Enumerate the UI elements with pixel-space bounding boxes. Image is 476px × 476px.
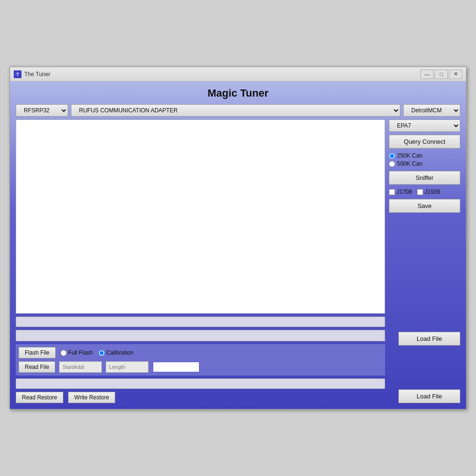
file-path-row-top: [16, 330, 385, 341]
full-flash-radio[interactable]: [60, 350, 67, 356]
title-bar: T The Tuner — □ ✕: [10, 67, 466, 81]
can-options: 250K Can 500K Can: [389, 151, 460, 168]
read-file-row: Read File: [19, 361, 382, 373]
save-button[interactable]: Save: [389, 199, 460, 213]
flash-file-row: Flash File Full Flash Calibration: [19, 347, 382, 358]
load-file-bottom-button[interactable]: Load File: [398, 389, 460, 403]
can-500-option[interactable]: 500K Can: [389, 160, 460, 167]
can-500-radio[interactable]: [389, 161, 395, 167]
checkbox-row: J1708 J1939: [389, 188, 460, 196]
length-input[interactable]: [106, 361, 149, 373]
window-content: Magic Tuner RFSRP32 RUFUS COMMUNICATION …: [10, 81, 466, 409]
calibration-radio[interactable]: [99, 350, 105, 356]
right-panel: EPA7 Query Connect 250K Can 500K Can: [389, 119, 460, 403]
flash-radio-group: Full Flash Calibration: [60, 349, 133, 356]
j1939-checkbox-label[interactable]: J1939: [417, 188, 440, 195]
epa-dropdown[interactable]: EPA7: [389, 119, 460, 132]
adapter-dropdown[interactable]: RUFUS COMMUNICATION ADAPTER: [71, 104, 400, 117]
main-window: T The Tuner — □ ✕ Magic Tuner RFSRP32 RU…: [10, 67, 466, 409]
top-controls-row: RFSRP32 RUFUS COMMUNICATION ADAPTER Detr…: [16, 104, 460, 117]
flash-section: Flash File Full Flash Calibration: [16, 344, 385, 376]
can-250-radio[interactable]: [389, 153, 395, 159]
minimize-button[interactable]: —: [420, 69, 434, 79]
length-value-input[interactable]: [152, 361, 200, 373]
read-restore-button[interactable]: Read Restore: [16, 392, 63, 403]
j1708-checkbox[interactable]: [389, 189, 395, 195]
ecu-type-dropdown[interactable]: DetroitMCM: [403, 104, 460, 117]
log-area: [16, 119, 385, 314]
restore-row: Read Restore Write Restore: [16, 392, 385, 403]
app-icon: T: [14, 70, 21, 78]
window-controls: — □ ✕: [420, 69, 462, 79]
ecu-dropdown[interactable]: RFSRP32: [16, 104, 68, 117]
can-250-option[interactable]: 250K Can: [389, 152, 460, 159]
start-addr-input[interactable]: [59, 361, 102, 373]
maximize-button[interactable]: □: [435, 69, 448, 79]
write-restore-button[interactable]: Write Restore: [68, 392, 115, 403]
window-title: The Tuner: [24, 71, 420, 78]
calibration-option[interactable]: Calibration: [99, 349, 133, 356]
full-flash-option[interactable]: Full Flash: [60, 349, 93, 356]
read-file-button[interactable]: Read File: [19, 361, 55, 373]
file-path-input-top[interactable]: [16, 330, 385, 341]
query-connect-button[interactable]: Query Connect: [389, 135, 460, 149]
main-area: Flash File Full Flash Calibration: [16, 119, 460, 403]
left-panel: Flash File Full Flash Calibration: [16, 119, 385, 403]
flash-file-button[interactable]: Flash File: [19, 347, 56, 358]
progress-bar-top: [16, 317, 385, 327]
j1939-checkbox[interactable]: [417, 189, 423, 195]
app-title: Magic Tuner: [16, 87, 460, 99]
j1708-checkbox-label[interactable]: J1708: [389, 188, 412, 195]
load-file-top-button[interactable]: Load File: [398, 332, 460, 346]
close-button[interactable]: ✕: [449, 69, 462, 79]
progress-bar-bottom: [16, 378, 385, 389]
sniffer-button[interactable]: Sniffer: [389, 171, 460, 185]
